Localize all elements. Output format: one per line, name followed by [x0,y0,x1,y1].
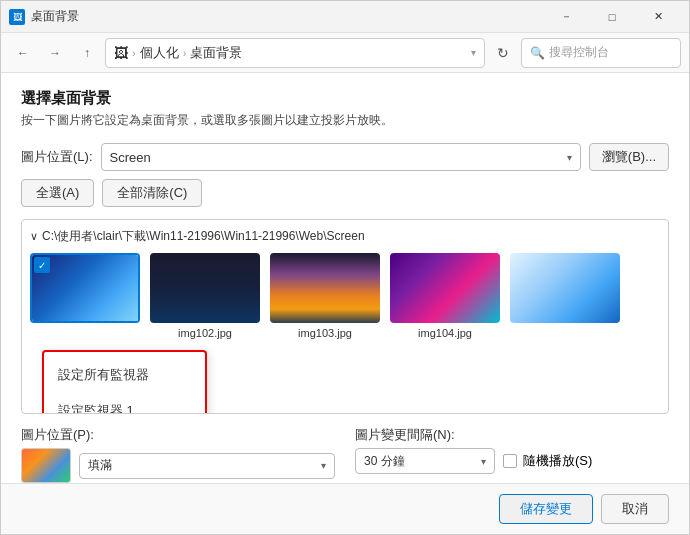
address-dropdown-icon: ▾ [471,47,476,58]
preview-thumbnail [21,448,71,483]
gallery-path: ∨ C:\使用者\clair\下載\Win11-21996\Win11-2199… [30,228,660,245]
titlebar: 🖼 桌面背景 － □ ✕ [1,1,689,33]
clear-all-button[interactable]: 全部清除(C) [102,179,202,207]
shuffle-label: 隨機播放(S) [523,452,592,470]
bottom-left: 圖片位置(P): 填滿 ▾ [21,426,335,483]
path-part-1: 個人化 [140,44,179,62]
gallery-images: ✓ img102.jpg img103.jpg [30,253,660,339]
picture-position-row: 圖片位置(L): Screen ▾ 瀏覽(B)... [21,143,669,171]
footer: 儲存變更 取消 [1,483,689,534]
page-desc: 按一下圖片將它設定為桌面背景，或選取多張圖片以建立投影片放映。 [21,112,669,129]
path-separator-2: › [183,47,187,59]
gallery-path-text: C:\使用者\clair\下載\Win11-21996\Win11-21996\… [42,228,365,245]
interval-arrow: ▾ [481,456,486,467]
browse-button[interactable]: 瀏覽(B)... [589,143,669,171]
bottom-interval-row: 30 分鐘 ▾ 隨機播放(S) [355,448,669,474]
list-item[interactable]: img104.jpg [390,253,500,339]
save-button[interactable]: 儲存變更 [499,494,593,524]
path-part-2: 桌面背景 [190,44,242,62]
titlebar-icon: 🖼 [9,9,25,25]
image-label-3: img103.jpg [298,327,352,339]
close-button[interactable]: ✕ [635,1,681,33]
bottom-right: 圖片變更間隔(N): 30 分鐘 ▾ 隨機播放(S) [355,426,669,474]
popup-menu-item-all[interactable]: 設定所有監視器 [44,356,205,394]
maximize-button[interactable]: □ [589,1,635,33]
picture-position-bottom-label: 圖片位置(P): [21,426,335,444]
interval-dropdown[interactable]: 30 分鐘 ▾ [355,448,495,474]
picture-position-dropdown[interactable]: Screen ▾ [101,143,581,171]
page-title: 選擇桌面背景 [21,89,669,108]
forward-button[interactable]: → [41,39,69,67]
titlebar-title: 桌面背景 [31,8,543,25]
bottom-preview-row: 填滿 ▾ [21,448,335,483]
select-all-button[interactable]: 全選(A) [21,179,94,207]
image-thumb-4[interactable] [390,253,500,323]
preview-position-dropdown[interactable]: 填滿 ▾ [79,453,335,479]
refresh-button[interactable]: ↻ [489,39,517,67]
context-popup-menu: 設定所有監視器 設定監視器 1 設定監視器 2 [42,350,207,414]
image-label-2: img102.jpg [178,327,232,339]
picture-position-arrow: ▾ [567,152,572,163]
up-button[interactable]: ↑ [73,39,101,67]
back-button[interactable]: ← [9,39,37,67]
search-placeholder: 搜尋控制台 [549,44,609,61]
preview-position-value: 填滿 [88,457,112,474]
interval-label: 圖片變更間隔(N): [355,426,669,444]
minimize-button[interactable]: － [543,1,589,33]
popup-menu-item-monitor1[interactable]: 設定監視器 1 [44,394,205,414]
search-icon: 🔍 [530,46,545,60]
image-label-4: img104.jpg [418,327,472,339]
titlebar-buttons: － □ ✕ [543,1,681,33]
checkbox-checked-1: ✓ [34,257,50,273]
address-box[interactable]: 🖼 › 個人化 › 桌面背景 ▾ [105,38,485,68]
content-area: 選擇桌面背景 按一下圖片將它設定為桌面背景，或選取多張圖片以建立投影片放映。 圖… [1,73,689,483]
list-item[interactable]: ✓ [30,253,140,327]
main-window: 🖼 桌面背景 － □ ✕ ← → ↑ 🖼 › 個人化 › 桌面背景 ▾ ↻ 🔍 … [0,0,690,535]
picture-position-label: 圖片位置(L): [21,148,93,166]
shuffle-checkbox[interactable] [503,454,517,468]
interval-value: 30 分鐘 [364,453,405,470]
image-thumb-3[interactable] [270,253,380,323]
gallery-chevron: ∨ [30,230,38,243]
preview-dropdown-arrow: ▾ [321,460,326,471]
shuffle-checkbox-row: 隨機播放(S) [503,452,592,470]
picture-position-value: Screen [110,150,151,165]
cancel-button[interactable]: 取消 [601,494,669,524]
list-item[interactable]: img103.jpg [270,253,380,339]
image-thumb-2[interactable] [150,253,260,323]
path-icon: 🖼 [114,45,128,61]
image-thumb-1[interactable]: ✓ [30,253,140,323]
addressbar: ← → ↑ 🖼 › 個人化 › 桌面背景 ▾ ↻ 🔍 搜尋控制台 [1,33,689,73]
gallery-container: ∨ C:\使用者\clair\下載\Win11-21996\Win11-2199… [21,219,669,414]
action-buttons: 全選(A) 全部清除(C) [21,179,669,207]
list-item[interactable]: img102.jpg [150,253,260,339]
image-thumb-5[interactable] [510,253,620,323]
path-separator: › [132,47,136,59]
search-box[interactable]: 🔍 搜尋控制台 [521,38,681,68]
bottom-section: 圖片位置(P): 填滿 ▾ 圖片變更間隔(N): 30 分鐘 ▾ [21,426,669,483]
list-item[interactable] [510,253,620,327]
